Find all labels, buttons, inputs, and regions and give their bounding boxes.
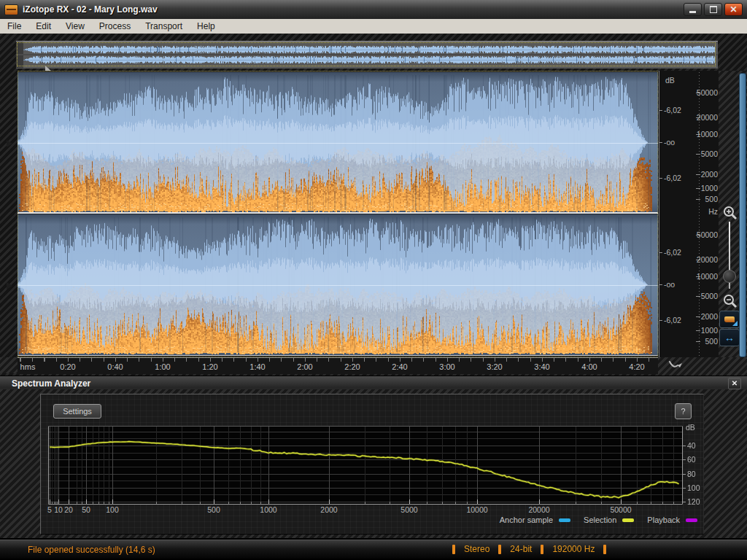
spectrum-freq-label: 20000	[521, 505, 557, 514]
amp-label: -6,02	[664, 316, 681, 324]
status-message: File opened successfully (14,6 s)	[28, 545, 155, 555]
ruler-time-label: 0:40	[99, 362, 131, 371]
help-button[interactable]: ?	[675, 403, 692, 419]
vertical-scrollbar[interactable]	[739, 73, 746, 357]
amp-tick	[659, 142, 662, 143]
restore-icon	[710, 6, 717, 13]
amp-tick	[659, 320, 662, 321]
spectrogram-waveform-toggle-button[interactable]	[719, 311, 740, 328]
spectrum-panel-close-button[interactable]: ✕	[728, 378, 741, 389]
spectrum-db-tick-dash	[683, 474, 686, 475]
ruler-time-label: 1:20	[194, 362, 226, 371]
ruler-time-label: 3:40	[526, 362, 558, 371]
status-format-value: Stereo	[464, 544, 489, 554]
spectrum-freq-label: 50000	[603, 505, 639, 514]
spectrum-analyzer-container: Settings ? 51020501005001000200050001000…	[40, 394, 704, 534]
spectrum-freq-label: 100	[94, 505, 131, 514]
hz-unit-label: Hz	[694, 208, 718, 216]
spectrum-db-label: 60	[687, 455, 696, 464]
frequency-axis: dB-6,02-oo-6,025000020000100005000200010…	[659, 71, 719, 357]
status-separator	[541, 545, 543, 554]
freq-label: 5000	[694, 292, 718, 300]
freq-label: 2000	[694, 171, 718, 179]
spectrum-freq-label: 500	[196, 505, 232, 514]
spectrum-db-label: 100	[687, 483, 700, 492]
legend-swatch	[622, 518, 634, 522]
spectrum-db-tick-dash	[683, 488, 686, 489]
db-unit-label: dB	[665, 77, 675, 85]
spectrum-db-tick-dash	[683, 502, 686, 502]
spectrum-panel-title: Spectrum Analyzer	[12, 378, 90, 389]
status-bar: File opened successfully (14,6 s) Stereo…	[0, 540, 747, 559]
menu-item-edit[interactable]: Edit	[28, 20, 58, 33]
zoom-out-icon[interactable]	[722, 293, 738, 309]
ruler-time-label: 1:00	[147, 362, 179, 371]
spectrum-db-label: 80	[687, 470, 696, 478]
ruler-time-label: 2:00	[289, 362, 321, 371]
spectrum-freq-label: 2000	[311, 505, 347, 514]
scroll-link-icon[interactable]	[668, 359, 686, 370]
zoom-in-icon[interactable]	[722, 205, 738, 221]
freq-label: 500	[694, 195, 718, 203]
status-format-value: 24-bit	[510, 544, 532, 554]
legend-swatch	[559, 518, 570, 522]
legend-swatch	[686, 518, 697, 522]
amp-tick	[659, 252, 662, 253]
spectrum-panel-header[interactable]: Spectrum Analyzer ✕	[0, 376, 747, 390]
panel-close-icon: ✕	[732, 380, 738, 387]
menu-item-process[interactable]: Process	[92, 20, 138, 33]
fit-selection-button[interactable]: ↔	[719, 329, 740, 346]
status-separator	[603, 545, 606, 554]
minimize-button[interactable]	[684, 3, 702, 16]
ruler-time-label: 1:40	[241, 362, 274, 371]
spectrum-db-tick-dash	[683, 459, 686, 460]
menu-bar: FileEditViewProcessTransportHelp	[0, 19, 747, 34]
time-ruler[interactable]: hms0:200:401:001:201:402:002:202:403:003…	[18, 357, 658, 374]
spectrum-db-unit: dB	[686, 423, 695, 432]
amp-tick	[659, 178, 662, 179]
spectrum-db-label: 120	[687, 497, 700, 506]
app-icon	[4, 4, 18, 15]
ruler-left-corner	[0, 357, 18, 373]
menu-item-file[interactable]: File	[0, 20, 28, 33]
close-icon: ✕	[729, 5, 737, 14]
spectrum-analyzer-plot	[48, 426, 683, 505]
ruler-time-label: 2:40	[384, 362, 416, 371]
amp-label: -6,02	[664, 106, 681, 114]
format-info: Stereo24-bit192000 Hz	[452, 544, 606, 554]
minimize-icon	[689, 11, 696, 13]
spectrogram-view[interactable]	[18, 71, 658, 357]
legend-label: Anchor sample	[500, 516, 553, 524]
legend-label: Playback	[647, 516, 680, 524]
ruler-time-label: 2:20	[336, 362, 368, 371]
close-button[interactable]: ✕	[724, 3, 743, 16]
spectrum-legend: Anchor sampleSelectionPlayback	[500, 516, 697, 524]
freq-label: 1000	[694, 184, 718, 192]
double-arrow-icon: ↔	[724, 332, 735, 343]
spectrum-freq-label: 10000	[459, 505, 495, 514]
spectrum-db-tick-dash	[683, 446, 686, 446]
waveform-triangle-icon	[732, 321, 738, 326]
legend-item: Playback	[647, 516, 697, 524]
freq-label: 20000	[694, 114, 718, 122]
freq-label: 500	[694, 338, 718, 346]
zoom-slider-knob[interactable]	[723, 270, 736, 283]
freq-label: 20000	[694, 256, 718, 264]
restore-button[interactable]	[704, 3, 722, 16]
menu-item-help[interactable]: Help	[190, 20, 222, 33]
menu-item-transport[interactable]: Transport	[138, 20, 190, 33]
spectrum-freq-label: 1000	[250, 505, 287, 514]
freq-label: 50000	[694, 89, 718, 97]
menu-item-view[interactable]: View	[58, 20, 92, 33]
ruler-time-label: 4:20	[621, 362, 653, 371]
freq-label: 1000	[694, 327, 718, 335]
settings-button[interactable]: Settings	[53, 404, 101, 419]
legend-item: Selection	[584, 516, 634, 524]
app-window: iZotope RX - 02 - Mary Long.wav ✕ FileEd…	[0, 0, 747, 560]
ruler-time-label: 4:00	[573, 362, 605, 371]
status-separator	[498, 545, 501, 554]
amp-tick	[659, 284, 662, 285]
amp-label: -oo	[664, 139, 675, 147]
freq-label: 10000	[694, 131, 718, 139]
overview-waveform[interactable]	[16, 41, 718, 69]
